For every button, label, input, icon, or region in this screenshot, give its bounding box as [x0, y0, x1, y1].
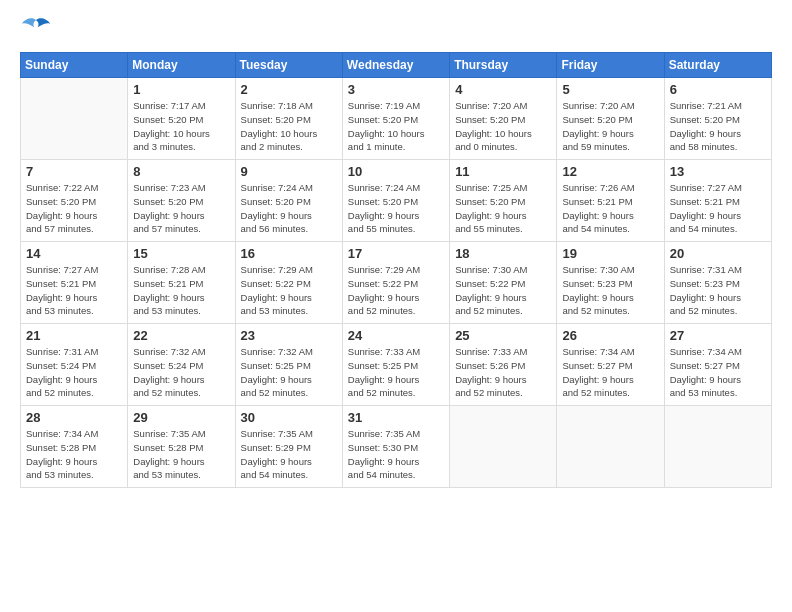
day-info: Sunrise: 7:19 AM Sunset: 5:20 PM Dayligh…	[348, 99, 444, 154]
day-number: 21	[26, 328, 122, 343]
day-number: 27	[670, 328, 766, 343]
day-info: Sunrise: 7:30 AM Sunset: 5:23 PM Dayligh…	[562, 263, 658, 318]
calendar-cell: 25Sunrise: 7:33 AM Sunset: 5:26 PM Dayli…	[450, 324, 557, 406]
weekday-monday: Monday	[128, 53, 235, 78]
calendar-table: SundayMondayTuesdayWednesdayThursdayFrid…	[20, 52, 772, 488]
calendar-cell: 9Sunrise: 7:24 AM Sunset: 5:20 PM Daylig…	[235, 160, 342, 242]
calendar-cell: 13Sunrise: 7:27 AM Sunset: 5:21 PM Dayli…	[664, 160, 771, 242]
calendar-cell: 3Sunrise: 7:19 AM Sunset: 5:20 PM Daylig…	[342, 78, 449, 160]
day-info: Sunrise: 7:30 AM Sunset: 5:22 PM Dayligh…	[455, 263, 551, 318]
day-number: 25	[455, 328, 551, 343]
day-number: 26	[562, 328, 658, 343]
weekday-wednesday: Wednesday	[342, 53, 449, 78]
calendar-cell: 2Sunrise: 7:18 AM Sunset: 5:20 PM Daylig…	[235, 78, 342, 160]
day-number: 29	[133, 410, 229, 425]
weekday-sunday: Sunday	[21, 53, 128, 78]
weekday-thursday: Thursday	[450, 53, 557, 78]
day-number: 16	[241, 246, 337, 261]
day-info: Sunrise: 7:26 AM Sunset: 5:21 PM Dayligh…	[562, 181, 658, 236]
calendar-cell: 20Sunrise: 7:31 AM Sunset: 5:23 PM Dayli…	[664, 242, 771, 324]
calendar-cell: 31Sunrise: 7:35 AM Sunset: 5:30 PM Dayli…	[342, 406, 449, 488]
week-row-5: 28Sunrise: 7:34 AM Sunset: 5:28 PM Dayli…	[21, 406, 772, 488]
day-info: Sunrise: 7:29 AM Sunset: 5:22 PM Dayligh…	[348, 263, 444, 318]
day-number: 7	[26, 164, 122, 179]
day-info: Sunrise: 7:35 AM Sunset: 5:30 PM Dayligh…	[348, 427, 444, 482]
calendar-cell	[664, 406, 771, 488]
calendar-cell: 11Sunrise: 7:25 AM Sunset: 5:20 PM Dayli…	[450, 160, 557, 242]
calendar-cell: 1Sunrise: 7:17 AM Sunset: 5:20 PM Daylig…	[128, 78, 235, 160]
day-info: Sunrise: 7:24 AM Sunset: 5:20 PM Dayligh…	[241, 181, 337, 236]
day-info: Sunrise: 7:20 AM Sunset: 5:20 PM Dayligh…	[562, 99, 658, 154]
calendar-cell: 29Sunrise: 7:35 AM Sunset: 5:28 PM Dayli…	[128, 406, 235, 488]
day-number: 31	[348, 410, 444, 425]
calendar-cell: 17Sunrise: 7:29 AM Sunset: 5:22 PM Dayli…	[342, 242, 449, 324]
calendar-cell: 28Sunrise: 7:34 AM Sunset: 5:28 PM Dayli…	[21, 406, 128, 488]
calendar-cell: 23Sunrise: 7:32 AM Sunset: 5:25 PM Dayli…	[235, 324, 342, 406]
calendar-cell: 6Sunrise: 7:21 AM Sunset: 5:20 PM Daylig…	[664, 78, 771, 160]
day-number: 23	[241, 328, 337, 343]
calendar-cell: 18Sunrise: 7:30 AM Sunset: 5:22 PM Dayli…	[450, 242, 557, 324]
day-info: Sunrise: 7:32 AM Sunset: 5:25 PM Dayligh…	[241, 345, 337, 400]
calendar-cell: 30Sunrise: 7:35 AM Sunset: 5:29 PM Dayli…	[235, 406, 342, 488]
calendar-cell: 10Sunrise: 7:24 AM Sunset: 5:20 PM Dayli…	[342, 160, 449, 242]
day-number: 6	[670, 82, 766, 97]
day-number: 18	[455, 246, 551, 261]
day-info: Sunrise: 7:23 AM Sunset: 5:20 PM Dayligh…	[133, 181, 229, 236]
week-row-3: 14Sunrise: 7:27 AM Sunset: 5:21 PM Dayli…	[21, 242, 772, 324]
day-info: Sunrise: 7:35 AM Sunset: 5:28 PM Dayligh…	[133, 427, 229, 482]
calendar-cell: 27Sunrise: 7:34 AM Sunset: 5:27 PM Dayli…	[664, 324, 771, 406]
week-row-4: 21Sunrise: 7:31 AM Sunset: 5:24 PM Dayli…	[21, 324, 772, 406]
day-number: 19	[562, 246, 658, 261]
day-info: Sunrise: 7:20 AM Sunset: 5:20 PM Dayligh…	[455, 99, 551, 154]
day-info: Sunrise: 7:32 AM Sunset: 5:24 PM Dayligh…	[133, 345, 229, 400]
day-number: 20	[670, 246, 766, 261]
calendar-cell: 15Sunrise: 7:28 AM Sunset: 5:21 PM Dayli…	[128, 242, 235, 324]
day-number: 1	[133, 82, 229, 97]
day-info: Sunrise: 7:22 AM Sunset: 5:20 PM Dayligh…	[26, 181, 122, 236]
logo-icon	[20, 16, 52, 44]
header	[20, 16, 772, 44]
day-info: Sunrise: 7:35 AM Sunset: 5:29 PM Dayligh…	[241, 427, 337, 482]
day-number: 4	[455, 82, 551, 97]
calendar-cell: 24Sunrise: 7:33 AM Sunset: 5:25 PM Dayli…	[342, 324, 449, 406]
day-number: 8	[133, 164, 229, 179]
day-number: 10	[348, 164, 444, 179]
calendar-cell: 4Sunrise: 7:20 AM Sunset: 5:20 PM Daylig…	[450, 78, 557, 160]
logo	[20, 16, 56, 44]
calendar-cell: 8Sunrise: 7:23 AM Sunset: 5:20 PM Daylig…	[128, 160, 235, 242]
day-info: Sunrise: 7:27 AM Sunset: 5:21 PM Dayligh…	[26, 263, 122, 318]
day-number: 2	[241, 82, 337, 97]
day-info: Sunrise: 7:25 AM Sunset: 5:20 PM Dayligh…	[455, 181, 551, 236]
day-number: 22	[133, 328, 229, 343]
calendar-cell	[450, 406, 557, 488]
day-number: 9	[241, 164, 337, 179]
day-info: Sunrise: 7:27 AM Sunset: 5:21 PM Dayligh…	[670, 181, 766, 236]
day-info: Sunrise: 7:31 AM Sunset: 5:24 PM Dayligh…	[26, 345, 122, 400]
calendar-cell	[21, 78, 128, 160]
day-info: Sunrise: 7:34 AM Sunset: 5:27 PM Dayligh…	[670, 345, 766, 400]
day-info: Sunrise: 7:18 AM Sunset: 5:20 PM Dayligh…	[241, 99, 337, 154]
day-number: 13	[670, 164, 766, 179]
day-info: Sunrise: 7:33 AM Sunset: 5:26 PM Dayligh…	[455, 345, 551, 400]
calendar-cell: 5Sunrise: 7:20 AM Sunset: 5:20 PM Daylig…	[557, 78, 664, 160]
weekday-tuesday: Tuesday	[235, 53, 342, 78]
week-row-1: 1Sunrise: 7:17 AM Sunset: 5:20 PM Daylig…	[21, 78, 772, 160]
day-number: 12	[562, 164, 658, 179]
day-number: 28	[26, 410, 122, 425]
day-info: Sunrise: 7:34 AM Sunset: 5:28 PM Dayligh…	[26, 427, 122, 482]
day-number: 14	[26, 246, 122, 261]
calendar-cell: 16Sunrise: 7:29 AM Sunset: 5:22 PM Dayli…	[235, 242, 342, 324]
weekday-saturday: Saturday	[664, 53, 771, 78]
weekday-header-row: SundayMondayTuesdayWednesdayThursdayFrid…	[21, 53, 772, 78]
day-info: Sunrise: 7:34 AM Sunset: 5:27 PM Dayligh…	[562, 345, 658, 400]
day-number: 3	[348, 82, 444, 97]
day-info: Sunrise: 7:31 AM Sunset: 5:23 PM Dayligh…	[670, 263, 766, 318]
day-number: 17	[348, 246, 444, 261]
day-info: Sunrise: 7:17 AM Sunset: 5:20 PM Dayligh…	[133, 99, 229, 154]
week-row-2: 7Sunrise: 7:22 AM Sunset: 5:20 PM Daylig…	[21, 160, 772, 242]
calendar-cell	[557, 406, 664, 488]
day-info: Sunrise: 7:21 AM Sunset: 5:20 PM Dayligh…	[670, 99, 766, 154]
day-number: 24	[348, 328, 444, 343]
calendar-cell: 22Sunrise: 7:32 AM Sunset: 5:24 PM Dayli…	[128, 324, 235, 406]
day-info: Sunrise: 7:29 AM Sunset: 5:22 PM Dayligh…	[241, 263, 337, 318]
